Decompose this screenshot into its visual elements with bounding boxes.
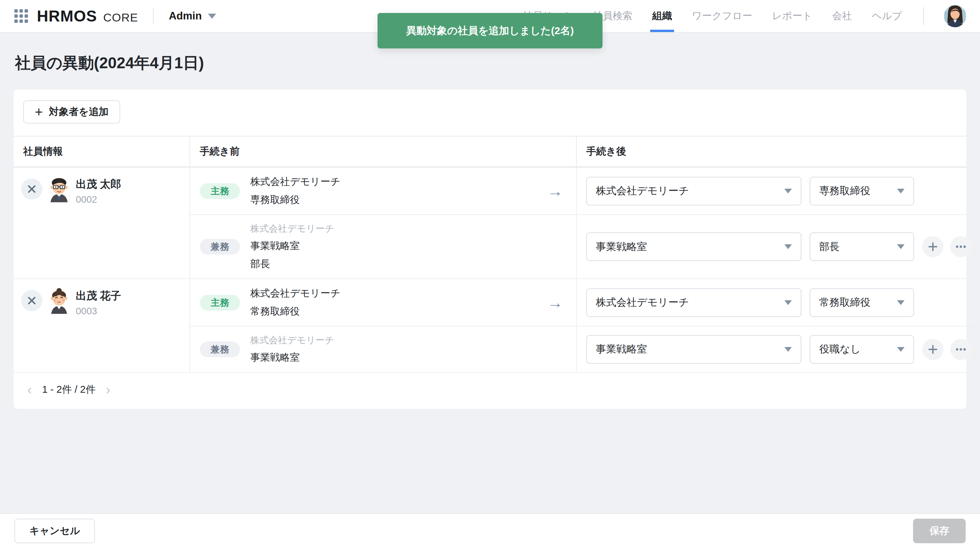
position-rows: 主務 株式会社デモリーチ 専務取締役 → 株式会社デモリーチ bbox=[189, 168, 980, 278]
before-title: 常務取締役 bbox=[250, 305, 340, 318]
employee-id: 0002 bbox=[76, 194, 121, 205]
employee-id: 0003 bbox=[76, 306, 121, 317]
employee-name: 出茂 花子 bbox=[76, 289, 121, 303]
concurrent-badge: 兼務 bbox=[200, 239, 240, 254]
column-header-before: 手続き前 bbox=[189, 137, 576, 167]
after-org-value: 事業戦略室 bbox=[596, 240, 647, 254]
cancel-button[interactable]: キャンセル bbox=[14, 519, 95, 543]
pagination-next-button[interactable]: › bbox=[106, 383, 110, 397]
employee-avatar bbox=[48, 176, 70, 202]
main-content: 社員の異動(2024年4月1日) + 対象者を追加 社員情報 手続き前 手続き後 bbox=[0, 52, 980, 409]
nav-item-company[interactable]: 会社 bbox=[832, 0, 852, 32]
before-company: 株式会社デモリーチ bbox=[250, 287, 340, 300]
before-company: 株式会社デモリーチ bbox=[250, 175, 340, 189]
column-header-after: 手続き後 bbox=[576, 137, 966, 167]
position-row-primary: 主務 株式会社デモリーチ 専務取締役 → 株式会社デモリーチ bbox=[190, 168, 980, 214]
brand-product: CORE bbox=[103, 11, 138, 24]
add-position-button[interactable] bbox=[922, 236, 943, 257]
after-title-select[interactable]: 役職なし bbox=[810, 335, 914, 364]
workspace-label: Admin bbox=[169, 10, 202, 22]
add-position-button[interactable] bbox=[922, 339, 943, 360]
chevron-down-icon bbox=[897, 189, 905, 194]
after-cell: 株式会社デモリーチ 専務取締役 bbox=[576, 168, 980, 214]
after-title-select[interactable]: 専務取締役 bbox=[810, 177, 914, 205]
after-title-select[interactable]: 常務取締役 bbox=[810, 288, 914, 317]
position-row-concurrent: 兼務 株式会社デモリーチ 事業戦略室 事業戦略室 役職なし bbox=[190, 326, 980, 372]
after-title-select[interactable]: 部長 bbox=[810, 232, 914, 261]
chevron-down-icon bbox=[897, 347, 905, 352]
position-rows: 主務 株式会社デモリーチ 常務取締役 → 株式会社デモリーチ bbox=[189, 279, 980, 372]
position-row-concurrent: 兼務 株式会社デモリーチ 事業戦略室 部長 事業戦略室 bbox=[190, 214, 980, 278]
primary-badge: 主務 bbox=[200, 183, 240, 199]
after-org-select[interactable]: 株式会社デモリーチ bbox=[586, 177, 802, 205]
chevron-down-icon bbox=[897, 300, 905, 305]
nav-item-workflow[interactable]: ワークフロー bbox=[692, 0, 752, 32]
remove-employee-button[interactable] bbox=[21, 178, 42, 200]
remove-employee-button[interactable] bbox=[21, 290, 42, 311]
after-title-value: 常務取締役 bbox=[819, 295, 870, 310]
plus-icon bbox=[928, 345, 938, 354]
before-title: 部長 bbox=[250, 257, 334, 271]
brand-name: HRMOS bbox=[37, 7, 97, 25]
add-target-button[interactable]: + 対象者を追加 bbox=[23, 100, 120, 124]
employee-meta: 出茂 花子 0003 bbox=[76, 289, 121, 317]
more-options-button[interactable] bbox=[950, 236, 972, 257]
after-title-value: 部長 bbox=[819, 240, 840, 254]
before-lines: 株式会社デモリーチ 専務取締役 bbox=[250, 175, 340, 207]
column-header-employee: 社員情報 bbox=[14, 137, 189, 167]
nav-item-help[interactable]: ヘルプ bbox=[872, 0, 902, 32]
after-org-select[interactable]: 株式会社デモリーチ bbox=[586, 288, 802, 317]
pagination-prev-button[interactable]: ‹ bbox=[27, 383, 32, 397]
before-cell: 兼務 株式会社デモリーチ 事業戦略室 部長 bbox=[190, 215, 576, 278]
card-toolbar: + 対象者を追加 bbox=[14, 89, 966, 136]
after-title-value: 役職なし bbox=[819, 342, 861, 356]
employee-cell: 出茂 花子 0003 bbox=[14, 279, 189, 372]
employee-cell: 出茂 太郎 0002 bbox=[14, 168, 189, 278]
arrow-right-icon: → bbox=[547, 182, 568, 200]
position-row-primary: 主務 株式会社デモリーチ 常務取締役 → 株式会社デモリーチ bbox=[190, 279, 980, 326]
before-cell: 主務 株式会社デモリーチ 専務取締役 → bbox=[190, 168, 576, 214]
success-toast: 異動対象の社員を追加しました(2名) bbox=[378, 13, 603, 48]
user-avatar[interactable] bbox=[944, 5, 966, 27]
arrow-right-icon: → bbox=[547, 294, 568, 312]
before-company: 株式会社デモリーチ bbox=[250, 334, 334, 346]
ellipsis-icon bbox=[956, 245, 966, 248]
employee-meta: 出茂 太郎 0002 bbox=[76, 177, 121, 205]
before-lines: 株式会社デモリーチ 事業戦略室 bbox=[250, 334, 334, 364]
close-icon bbox=[27, 184, 36, 194]
after-org-value: 事業戦略室 bbox=[596, 342, 647, 356]
nav-item-report[interactable]: レポート bbox=[772, 0, 812, 32]
before-department: 事業戦略室 bbox=[250, 239, 334, 253]
plus-icon: + bbox=[35, 105, 43, 119]
table-row: 出茂 花子 0003 主務 株式会社デモリーチ 常務取締役 → bbox=[14, 279, 966, 373]
chevron-down-icon bbox=[784, 189, 792, 194]
ellipsis-icon bbox=[956, 348, 966, 351]
before-cell: 兼務 株式会社デモリーチ 事業戦略室 bbox=[190, 327, 576, 372]
close-icon bbox=[27, 296, 36, 305]
employee-name: 出茂 太郎 bbox=[76, 177, 121, 191]
more-options-button[interactable] bbox=[950, 339, 972, 360]
after-cell: 事業戦略室 部長 bbox=[576, 215, 980, 278]
before-department: 事業戦略室 bbox=[250, 351, 334, 364]
after-cell: 株式会社デモリーチ 常務取締役 bbox=[576, 279, 980, 326]
after-org-value: 株式会社デモリーチ bbox=[596, 295, 689, 310]
after-title-value: 専務取締役 bbox=[819, 184, 870, 198]
chevron-down-icon bbox=[897, 244, 905, 249]
before-cell: 主務 株式会社デモリーチ 常務取締役 → bbox=[190, 279, 576, 326]
nav-item-organization[interactable]: 組織 bbox=[652, 0, 672, 32]
workspace-switcher[interactable]: Admin bbox=[169, 10, 216, 22]
chevron-down-icon bbox=[208, 14, 216, 19]
action-footer: キャンセル 保存 bbox=[0, 513, 980, 548]
brand-logo[interactable]: HRMOS CORE bbox=[37, 7, 138, 25]
after-org-select[interactable]: 事業戦略室 bbox=[586, 335, 802, 364]
chevron-down-icon bbox=[784, 347, 792, 352]
table-header-row: 社員情報 手続き前 手続き後 bbox=[14, 136, 966, 168]
primary-badge: 主務 bbox=[200, 295, 240, 311]
page-title: 社員の異動(2024年4月1日) bbox=[15, 52, 966, 74]
app-grid-icon[interactable] bbox=[14, 8, 29, 24]
after-org-select[interactable]: 事業戦略室 bbox=[586, 232, 802, 261]
pagination-label: 1 - 2件 / 2件 bbox=[42, 383, 95, 397]
after-cell: 事業戦略室 役職なし bbox=[576, 327, 980, 372]
plus-icon bbox=[928, 242, 938, 251]
save-button[interactable]: 保存 bbox=[913, 519, 966, 543]
